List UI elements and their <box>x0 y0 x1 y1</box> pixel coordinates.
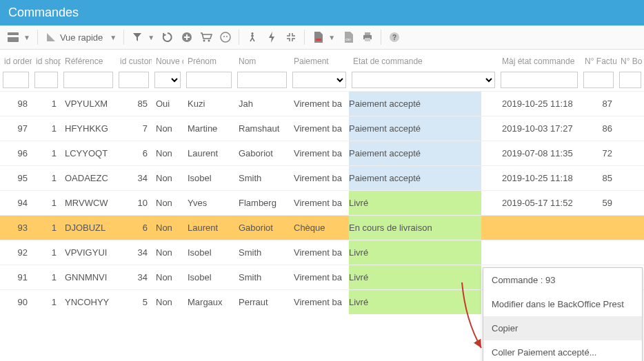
col-invoice[interactable]: N° Facture <box>581 50 616 69</box>
cell-state: Livré <box>349 191 481 216</box>
cell-state: Paiement accepté <box>349 166 481 191</box>
cell-state: Livré <box>349 265 481 290</box>
cell-date-upd <box>498 216 581 240</box>
svg-text:?: ? <box>392 34 396 41</box>
filter-firstname[interactable] <box>186 72 232 88</box>
filter-id-shop[interactable] <box>34 72 58 88</box>
col-payment[interactable]: Paiement <box>290 50 349 69</box>
col-new-client[interactable]: Nouve client <box>152 50 183 69</box>
cell-state: Paiement accepté <box>349 116 481 141</box>
cell-date-upd: 2019-10-25 11:18 <box>498 166 581 191</box>
caret-icon[interactable]: ▼ <box>23 34 30 41</box>
svg-rect-9 <box>316 39 321 41</box>
table-row[interactable]: 971HFYHKKG7NonMartineRamshautVirement ba… <box>0 116 644 141</box>
filter-payment[interactable] <box>292 72 346 88</box>
cell-state: Livré <box>349 290 481 315</box>
cell-reference: VPVIGYUI <box>61 240 116 265</box>
cell-date-upd <box>498 240 581 265</box>
filter-date-upd[interactable] <box>501 72 578 88</box>
add-icon[interactable] <box>181 31 193 43</box>
col-firstname[interactable]: Prénom <box>183 50 234 69</box>
filter-id-customer[interactable] <box>119 72 149 88</box>
toolbar: ▼ Vue rapide ▼ ▼ ▼ csv ? <box>0 25 644 50</box>
cell-invoice: 59 <box>581 191 616 216</box>
col-id-customer[interactable]: id custom <box>116 50 152 69</box>
cell-firstname: Margaux <box>183 290 234 315</box>
caret-icon[interactable]: ▼ <box>148 34 154 41</box>
svg-rect-1 <box>8 35 19 37</box>
funnel-icon[interactable] <box>131 31 143 43</box>
col-delivery[interactable]: N° Bo liv. <box>616 50 644 69</box>
cell-firstname: Isobel <box>183 240 234 265</box>
cell-lastname: Smith <box>234 265 290 290</box>
col-reference[interactable]: Référence <box>61 50 116 69</box>
cell-payment: Chèque <box>290 216 349 240</box>
cell-delivery <box>616 240 644 265</box>
cell-invoice <box>581 240 616 265</box>
table-row[interactable]: 941MRVWCW10NonYvesFlambergVirement baLiv… <box>0 191 644 216</box>
cell-id-customer: 34 <box>116 240 152 265</box>
cell-reference: OADAEZC <box>61 166 116 191</box>
cart-icon[interactable] <box>200 31 212 43</box>
cell-id-order: 93 <box>0 216 32 240</box>
cell-invoice: 87 <box>581 92 616 116</box>
cell-invoice <box>581 216 616 240</box>
cell-spacer <box>481 92 498 116</box>
col-lastname[interactable]: Nom <box>234 50 290 69</box>
context-menu-item[interactable]: Modifier dans le BackOffice Prest <box>483 292 642 314</box>
cell-delivery <box>616 92 644 116</box>
cell-delivery <box>616 141 644 166</box>
filter-lastname[interactable] <box>237 72 287 88</box>
print-icon[interactable] <box>361 31 374 43</box>
filter-invoice[interactable] <box>583 72 614 88</box>
cell-spacer <box>481 191 498 216</box>
col-id-order[interactable]: id order <box>0 50 32 69</box>
filter-id-order[interactable] <box>3 72 29 88</box>
cell-lastname: Gaboriot <box>234 141 290 166</box>
cell-invoice: 72 <box>581 141 616 166</box>
presta-icon[interactable] <box>219 31 232 43</box>
page-title: Commandes <box>8 6 79 19</box>
cell-id-shop: 1 <box>32 265 61 290</box>
filter-row <box>0 69 644 92</box>
cell-id-customer: 5 <box>116 290 152 315</box>
cell-firstname: Isobel <box>183 166 234 191</box>
filter-state[interactable] <box>352 72 495 88</box>
cell-new-client: Non <box>152 290 183 315</box>
table-row[interactable]: 921VPVIGYUI34NonIsobelSmithVirement baLi… <box>0 240 644 265</box>
filter-new-client[interactable] <box>154 72 181 88</box>
compress-icon[interactable] <box>285 31 297 43</box>
cell-firstname: Kuzi <box>183 92 234 116</box>
bolt-icon[interactable] <box>265 31 278 43</box>
walk-icon[interactable] <box>246 31 259 43</box>
table-row[interactable]: 951OADAEZC34NonIsobelSmithVirement baPai… <box>0 166 644 191</box>
csv-icon[interactable]: csv <box>342 31 354 43</box>
col-state[interactable]: Etat de commande <box>349 50 481 69</box>
cell-date-upd: 2019-10-25 11:18 <box>498 92 581 116</box>
col-date-upd[interactable]: Màj état commande <box>498 50 581 69</box>
filter-reference[interactable] <box>63 72 113 88</box>
cell-lastname: Gaboriot <box>234 216 290 240</box>
table-row[interactable]: 981VPYULXM85OuiKuziJahVirement baPaiemen… <box>0 92 644 116</box>
context-menu-item[interactable]: Commande : 93 <box>483 268 642 292</box>
cell-id-shop: 1 <box>32 166 61 191</box>
cell-reference: GNNMNVI <box>61 265 116 290</box>
separator <box>239 30 239 45</box>
pdf-icon[interactable] <box>312 31 324 43</box>
cell-id-customer: 6 <box>116 216 152 240</box>
cell-lastname: Perraut <box>234 290 290 315</box>
svg-point-4 <box>208 40 210 42</box>
quickview-dropdown[interactable]: Vue rapide ▼ <box>45 31 117 43</box>
svg-rect-12 <box>365 32 370 35</box>
help-icon[interactable]: ? <box>388 31 401 43</box>
filter-delivery[interactable] <box>619 72 641 88</box>
table-row[interactable]: 931DJOBUZL6NonLaurentGaboriotChèqueEn co… <box>0 216 644 240</box>
refresh-icon[interactable] <box>161 31 174 43</box>
caret-icon[interactable]: ▼ <box>328 34 335 41</box>
table-row[interactable]: 961LCYYOQT6NonLaurentGaboriotVirement ba… <box>0 141 644 166</box>
col-id-shop[interactable]: id shop <box>32 50 61 69</box>
cell-new-client: Non <box>152 116 183 141</box>
cell-spacer <box>481 240 498 265</box>
context-menu: Commande : 93Modifier dans le BackOffice… <box>483 267 643 314</box>
card-icon[interactable] <box>7 31 19 43</box>
